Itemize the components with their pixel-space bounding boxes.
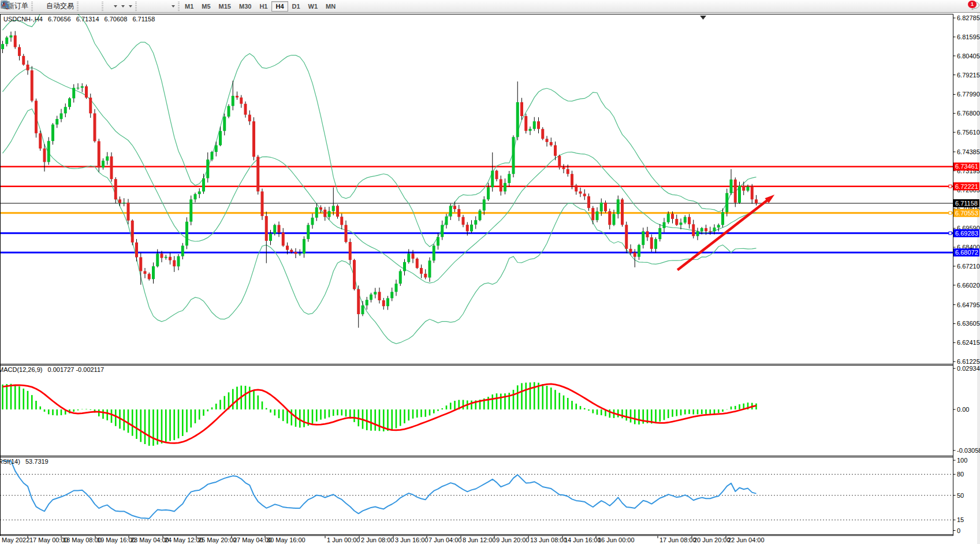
svg-text:17 Jun 08:00: 17 Jun 08:00 <box>659 536 696 543</box>
low-value: 6.70608 <box>105 16 128 23</box>
svg-text:80: 80 <box>957 471 964 478</box>
new-chart-button[interactable] <box>111 1 119 12</box>
svg-text:6.75610: 6.75610 <box>957 129 980 136</box>
dropdown-arrow-icon[interactable] <box>172 5 175 8</box>
svg-text:25 May 20:00: 25 May 20:00 <box>198 536 237 543</box>
svg-text:8 Jun 12:00: 8 Jun 12:00 <box>463 536 496 543</box>
dropdown-arrow-icon[interactable] <box>121 5 125 8</box>
macd-name: MACD(12,26,9) <box>0 366 42 373</box>
svg-text:6.63605: 6.63605 <box>957 320 980 327</box>
arrows-tool-button[interactable] <box>169 1 177 12</box>
timeframe-button-H4[interactable]: H4 <box>271 1 288 12</box>
svg-text:6.71158: 6.71158 <box>955 200 978 207</box>
svg-text:2 Jun 08:00: 2 Jun 08:00 <box>361 536 394 543</box>
timeframe-button-M5[interactable]: M5 <box>198 1 214 12</box>
svg-text:0.00: 0.00 <box>957 406 969 413</box>
period-clock-button[interactable] <box>119 1 126 12</box>
toolbar-grip <box>178 2 180 11</box>
svg-text:30 May 16:00: 30 May 16:00 <box>267 536 305 543</box>
timeframe-toolbar: M1M5M15M30H1H4D1W1MN <box>181 1 340 12</box>
svg-text:-0.030587: -0.030587 <box>957 447 980 454</box>
toolbar-grip <box>77 2 79 11</box>
svg-text:6.74385: 6.74385 <box>957 148 980 155</box>
close-value: 6.71158 <box>132 16 155 23</box>
line-handle[interactable] <box>949 232 952 234</box>
high-value: 6.71314 <box>76 16 99 23</box>
timeframe-button-MN[interactable]: MN <box>322 1 340 12</box>
new-order-label: 新订单 <box>8 1 28 11</box>
svg-text:14 Jun 16:00: 14 Jun 16:00 <box>564 536 601 543</box>
svg-text:6.66020: 6.66020 <box>957 282 980 289</box>
svg-text:0: 0 <box>957 527 960 534</box>
line-handle[interactable] <box>949 211 952 214</box>
chart-title: USDCNH-,H4 6.70656 6.71314 6.70608 6.711… <box>3 16 158 23</box>
dropdown-arrow-icon[interactable] <box>114 5 117 8</box>
svg-text:6.73461: 6.73461 <box>955 163 978 170</box>
svg-text:3 Jun 16:00: 3 Jun 16:00 <box>395 536 428 543</box>
svg-text:16 Jun 00:00: 16 Jun 00:00 <box>598 536 635 543</box>
timeframe-button-H1[interactable]: H1 <box>255 1 271 12</box>
macd-values: 0.001727 -0.002117 <box>47 366 104 373</box>
svg-text:6.76800: 6.76800 <box>957 110 980 117</box>
symbol-timeframe-label: USDCNH-,H4 <box>3 16 43 23</box>
svg-text:6.69283: 6.69283 <box>955 230 978 237</box>
svg-text:19 May 16:00: 19 May 16:00 <box>97 536 136 543</box>
svg-text:20 Jun 20:00: 20 Jun 20:00 <box>694 536 731 543</box>
toolbar-grip <box>102 2 103 11</box>
svg-text:6.67210: 6.67210 <box>957 263 980 270</box>
svg-text:100: 100 <box>957 457 967 464</box>
chart-canvas[interactable]: 6.827856.815956.804056.792156.779906.768… <box>0 0 980 544</box>
svg-text:6.79215: 6.79215 <box>957 72 980 79</box>
auto-trading-button[interactable]: 自动交易 <box>44 1 76 12</box>
rsi-name: RSI(14) <box>0 458 20 465</box>
timeframe-button-M15[interactable]: M15 <box>215 1 235 12</box>
timeframe-button-D1[interactable]: D1 <box>288 1 304 12</box>
svg-text:May 2022: May 2022 <box>2 536 29 543</box>
tile-windows-button[interactable] <box>97 1 100 12</box>
svg-text:6.68072: 6.68072 <box>955 249 978 256</box>
toolbar-grip <box>135 2 137 11</box>
svg-text:23 May 04:00: 23 May 04:00 <box>131 536 169 543</box>
svg-text:0.029341: 0.029341 <box>957 365 980 372</box>
line-handle[interactable] <box>949 185 952 188</box>
svg-text:24 May 12:00: 24 May 12:00 <box>165 536 203 543</box>
timeframe-button-M30[interactable]: M30 <box>235 1 255 12</box>
svg-text:17 May 00:00: 17 May 00:00 <box>29 536 68 543</box>
svg-text:6.81595: 6.81595 <box>957 33 980 40</box>
rsi-indicator-label: RSI(14) 53.7319 <box>0 458 52 465</box>
svg-text:6.62415: 6.62415 <box>957 339 980 346</box>
svg-text:7 Jun 04:00: 7 Jun 04:00 <box>428 536 462 543</box>
notification-badge[interactable]: 1 <box>968 1 977 8</box>
svg-text:15: 15 <box>957 516 964 523</box>
trading-terminal-window: { "toolbar": { "new_order_label": "新订单",… <box>0 0 980 544</box>
svg-text:6.61225: 6.61225 <box>957 358 980 365</box>
svg-text:50: 50 <box>957 492 964 499</box>
open-value: 6.70656 <box>48 16 71 23</box>
svg-text:6.64795: 6.64795 <box>957 301 980 308</box>
svg-text:9 Jun 20:00: 9 Jun 20:00 <box>496 536 530 543</box>
svg-text:27 May 04:00: 27 May 04:00 <box>233 536 272 543</box>
svg-text:13 Jun 08:00: 13 Jun 08:00 <box>530 536 567 543</box>
macd-indicator-label: MACD(12,26,9) 0.001727 -0.002117 <box>0 366 107 373</box>
rsi-value: 53.7319 <box>25 458 49 465</box>
svg-text:6.82785: 6.82785 <box>957 14 980 21</box>
svg-text:1 Jun 00:00: 1 Jun 00:00 <box>327 536 360 543</box>
search-icon <box>0 0 10 10</box>
notifications-button[interactable]: 1 <box>970 1 973 12</box>
window-edge-strip <box>977 0 980 544</box>
timeframe-button-W1[interactable]: W1 <box>304 1 322 12</box>
svg-text:6.70553: 6.70553 <box>955 210 978 217</box>
svg-text:6.72221: 6.72221 <box>955 183 978 190</box>
svg-text:22 Jun 04:00: 22 Jun 04:00 <box>728 536 765 543</box>
template-button[interactable] <box>126 1 134 12</box>
toolbar-grip <box>31 2 33 11</box>
svg-text:18 May 08:00: 18 May 08:00 <box>63 536 102 543</box>
dropdown-arrow-icon[interactable] <box>129 5 132 8</box>
main-toolbar: 新订单 自动交易 <box>0 0 980 13</box>
auto-trading-label: 自动交易 <box>46 1 74 11</box>
timeframe-button-M1[interactable]: M1 <box>181 1 198 12</box>
svg-text:6.77990: 6.77990 <box>957 91 980 98</box>
svg-text:6.80405: 6.80405 <box>957 53 980 59</box>
